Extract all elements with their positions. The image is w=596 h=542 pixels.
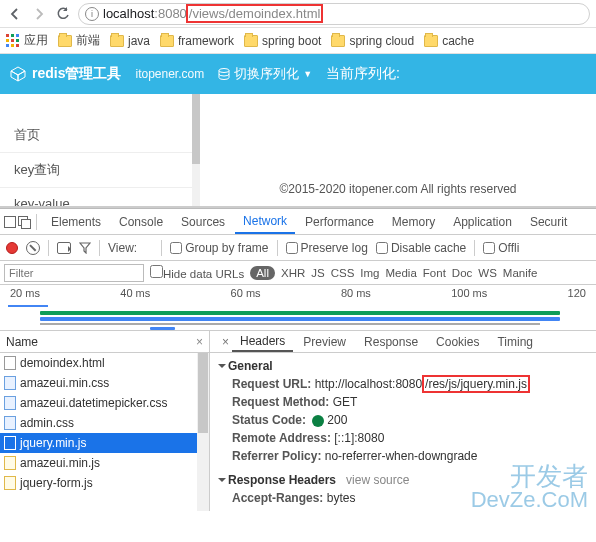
sidebar-item[interactable]: key查询 (0, 153, 200, 188)
filter-img[interactable]: Img (360, 267, 379, 279)
request-row[interactable]: admin.css (0, 413, 209, 433)
tab-performance[interactable]: Performance (297, 209, 382, 234)
file-icon (4, 396, 16, 410)
preserve-checkbox[interactable]: Preserve log (286, 241, 368, 255)
file-icon (4, 356, 16, 370)
request-name: demoindex.html (20, 356, 105, 370)
switch-dropdown[interactable]: 切换序列化 ▼ (218, 65, 312, 83)
sidebar-item[interactable]: key-value (0, 188, 200, 206)
network-timeline[interactable]: 20 ms 40 ms 60 ms 80 ms 100 ms 120 (0, 285, 596, 331)
filter-xhr[interactable]: XHR (281, 267, 305, 279)
forward-button[interactable] (30, 5, 48, 23)
svg-rect-7 (11, 44, 14, 47)
back-button[interactable] (6, 5, 24, 23)
sidebar: 首页 key查询 key-value (0, 94, 200, 206)
request-row[interactable]: jquery.min.js (0, 433, 209, 453)
group-checkbox[interactable]: Group by frame (170, 241, 268, 255)
bookmark-folder[interactable]: spring boot (244, 34, 321, 48)
filter-css[interactable]: CSS (331, 267, 355, 279)
tab-console[interactable]: Console (111, 209, 171, 234)
label-accept: Accept-Ranges: (232, 491, 323, 505)
tick: 40 ms (120, 287, 150, 299)
sidebar-item[interactable]: 首页 (0, 118, 200, 153)
request-row[interactable]: amazeui.datetimepicker.css (0, 393, 209, 413)
collapse-icon[interactable] (218, 364, 226, 372)
device-toggle-icon[interactable] (18, 216, 30, 228)
inspect-icon[interactable] (4, 216, 16, 228)
disable-cache-checkbox[interactable]: Disable cache (376, 241, 466, 255)
tab-network[interactable]: Network (235, 209, 295, 234)
request-name: amazeui.min.css (20, 376, 109, 390)
filter-media[interactable]: Media (386, 267, 417, 279)
subtab-response[interactable]: Response (356, 331, 426, 352)
subtab-preview[interactable]: Preview (295, 331, 354, 352)
tab-application[interactable]: Application (445, 209, 520, 234)
bookmark-folder[interactable]: java (110, 34, 150, 48)
request-row[interactable]: amazeui.min.js (0, 453, 209, 473)
request-row[interactable]: amazeui.min.css (0, 373, 209, 393)
value-request-method: GET (333, 395, 358, 409)
request-name: jquery.min.js (20, 436, 86, 450)
clear-button[interactable] (26, 241, 40, 255)
label-request-method: Request Method: (232, 395, 329, 409)
svg-rect-5 (16, 39, 19, 42)
list-scrollbar[interactable] (197, 353, 209, 511)
subtab-timing[interactable]: Timing (489, 331, 541, 352)
value-accept: bytes (327, 491, 356, 505)
hide-data-urls-checkbox[interactable]: Hide data URLs (150, 265, 244, 280)
app-logo[interactable]: redis管理工具 (10, 65, 121, 83)
sidebar-scrollbar[interactable] (192, 94, 200, 206)
filter-icon[interactable] (79, 242, 91, 254)
svg-rect-6 (6, 44, 9, 47)
section-general: General (228, 359, 273, 373)
subtab-headers[interactable]: Headers (232, 331, 293, 352)
view-source-link[interactable]: view source (346, 473, 409, 487)
filter-all[interactable]: All (250, 266, 275, 280)
tab-elements[interactable]: Elements (43, 209, 109, 234)
filter-font[interactable]: Font (423, 267, 446, 279)
apps-button[interactable]: 应用 (6, 32, 48, 49)
filter-ws[interactable]: WS (478, 267, 497, 279)
url-port: :8080 (154, 6, 187, 21)
capture-icon[interactable] (57, 242, 71, 254)
tick: 60 ms (231, 287, 261, 299)
file-icon (4, 476, 16, 490)
file-icon (4, 436, 16, 450)
filter-doc[interactable]: Doc (452, 267, 472, 279)
devtools-tabs: Elements Console Sources Network Perform… (0, 209, 596, 235)
bookmark-label: 前端 (76, 32, 100, 49)
tab-memory[interactable]: Memory (384, 209, 443, 234)
collapse-icon[interactable] (218, 478, 226, 486)
network-detail: × Headers Preview Response Cookies Timin… (210, 331, 596, 511)
column-name[interactable]: Name (6, 335, 38, 349)
network-filter-bar: Hide data URLs All XHR JS CSS Img Media … (0, 261, 596, 285)
tick: 100 ms (451, 287, 487, 299)
close-icon[interactable]: × (196, 335, 203, 349)
filter-js[interactable]: JS (311, 267, 324, 279)
url-bar[interactable]: i localhost :8080 /views/demoindex.html (78, 3, 590, 25)
tick: 20 ms (10, 287, 40, 299)
value-referrer: no-referrer-when-downgrade (325, 449, 478, 463)
close-detail-icon[interactable]: × (214, 331, 230, 352)
bookmark-folder[interactable]: cache (424, 34, 474, 48)
tab-security[interactable]: Securit (522, 209, 575, 234)
reload-button[interactable] (54, 5, 72, 23)
svg-rect-1 (11, 34, 14, 37)
site-info-icon[interactable]: i (85, 7, 99, 21)
bookmark-folder[interactable]: framework (160, 34, 234, 48)
request-name: amazeui.datetimepicker.css (20, 396, 167, 410)
record-button[interactable] (6, 242, 18, 254)
request-row[interactable]: jquery-form.js (0, 473, 209, 493)
label-referrer: Referrer Policy: (232, 449, 321, 463)
view-label: View: (108, 241, 137, 255)
tab-sources[interactable]: Sources (173, 209, 233, 234)
filter-input[interactable] (4, 264, 144, 282)
bookmark-folder[interactable]: spring cloud (331, 34, 414, 48)
svg-rect-4 (11, 39, 14, 42)
request-row[interactable]: demoindex.html (0, 353, 209, 373)
file-icon (4, 416, 16, 430)
bookmark-folder[interactable]: 前端 (58, 32, 100, 49)
filter-manifest[interactable]: Manife (503, 267, 538, 279)
subtab-cookies[interactable]: Cookies (428, 331, 487, 352)
offline-checkbox[interactable]: Offli (483, 241, 519, 255)
